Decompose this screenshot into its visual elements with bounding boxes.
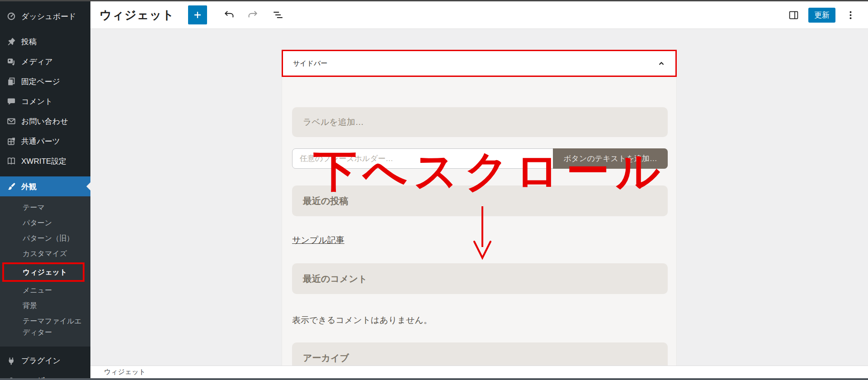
widgets-editor-canvas: サイドバー ラベルを追加… ボタンのテキストを追加… 最近の投稿 サンプル記事 … (90, 29, 868, 366)
submenu-item-themes[interactable]: テーマ (0, 200, 90, 215)
submenu-item-customize[interactable]: カスタマイズ (0, 246, 90, 261)
redo-icon (247, 9, 259, 21)
mail-icon (7, 117, 16, 126)
sidebar-item-label: 固定ページ (21, 76, 60, 87)
search-button[interactable]: ボタンのテキストを追加… (553, 148, 668, 169)
widget-area-panel-body: ラベルを追加… ボタンのテキストを追加… 最近の投稿 サンプル記事 最近のコメン… (282, 77, 677, 366)
sidebar-item-contact[interactable]: お問い合わせ (0, 111, 90, 131)
sidebar-item-label: プラグイン (21, 356, 61, 366)
dashboard-icon (7, 12, 16, 21)
pages-icon (7, 77, 16, 86)
sidebar-item-label: メディア (21, 57, 53, 67)
sidebar-item-appearance[interactable]: 外観 (0, 176, 90, 196)
comment-icon (7, 97, 16, 106)
window-bottom-edge (0, 378, 868, 380)
sidebar-item-label: 投稿 (21, 37, 37, 47)
sample-post-link[interactable]: サンプル記事 (292, 234, 344, 246)
editor-footer: ウィジェット (90, 366, 868, 378)
sidebar-item-label: 共通パーツ (21, 136, 60, 147)
wordpress-widgets-admin-screen: ダッシュボード 投稿 メディア 固定ページ コメント (0, 0, 868, 380)
plus-icon (192, 10, 203, 20)
recent-comments-widget-title[interactable]: 最近のコメント (292, 263, 668, 294)
sidebar-item-label: XWRITE設定 (21, 156, 66, 166)
submenu-item-widgets[interactable]: ウィジェット (2, 262, 85, 282)
sidebar-item-xwrite-settings[interactable]: XWRITE設定 (0, 151, 90, 171)
archives-widget-title[interactable]: アーカイブ (292, 342, 668, 366)
editor-topbar: ウィジェット 更新 (90, 1, 868, 29)
widget-area-title: サイドバー (293, 59, 327, 68)
sidebar-item-pages[interactable]: 固定ページ (0, 71, 90, 91)
sidebar-toggle-icon (788, 10, 799, 21)
sidebar-item-comments[interactable]: コメント (0, 91, 90, 111)
brush-icon (7, 182, 16, 191)
sidebar-item-plugins[interactable]: プラグイン (0, 351, 90, 371)
search-widget-block: ボタンのテキストを追加… (292, 148, 668, 169)
list-view-button[interactable] (272, 9, 284, 21)
pin-icon (7, 37, 16, 46)
blocks-icon (7, 137, 16, 146)
sidebar-item-label: コメント (21, 96, 53, 107)
sidebar-item-label: お問い合わせ (21, 116, 68, 127)
chevron-up-icon[interactable] (657, 60, 665, 67)
list-view-icon (272, 9, 284, 21)
window-top-edge (0, 0, 868, 1)
appearance-submenu: テーマ パターン パターン（旧） カスタマイズ ウィジェット メニュー 背景 テ… (0, 196, 90, 347)
sidebar-item-posts[interactable]: 投稿 (0, 32, 90, 52)
submenu-item-theme-file-editor[interactable]: テーマファイルエディター (0, 314, 90, 341)
footer-breadcrumb: ウィジェット (104, 368, 146, 376)
search-widget-label-placeholder[interactable]: ラベルを追加… (292, 107, 668, 137)
plugin-icon (7, 356, 16, 366)
sidebar-item-label: 外観 (21, 181, 37, 192)
update-button[interactable]: 更新 (808, 8, 835, 23)
kebab-menu-icon (845, 10, 856, 21)
redo-button[interactable] (247, 9, 259, 21)
topbar-right-actions: 更新 (788, 8, 868, 23)
admin-sidebar: ダッシュボード 投稿 メディア 固定ページ コメント (0, 0, 90, 380)
widget-area-panel-header[interactable]: サイドバー (282, 50, 677, 77)
undo-icon (223, 9, 235, 21)
no-comments-text: 表示できるコメントはありません。 (292, 314, 432, 326)
recent-posts-widget-title[interactable]: 最近の投稿 (292, 185, 668, 216)
add-block-button[interactable] (188, 5, 207, 24)
submenu-item-background[interactable]: 背景 (0, 298, 90, 314)
sidebar-item-common-parts[interactable]: 共通パーツ (0, 131, 90, 151)
submenu-item-patterns[interactable]: パターン (0, 215, 90, 231)
options-menu-button[interactable] (844, 9, 856, 21)
media-icon (7, 57, 16, 66)
sidebar-item-dashboard[interactable]: ダッシュボード (0, 6, 90, 26)
book-icon (7, 157, 16, 166)
sidebar-item-label: ダッシュボード (21, 11, 76, 22)
submenu-item-menus[interactable]: メニュー (0, 283, 90, 298)
page-title: ウィジェット (99, 7, 175, 23)
submenu-item-patterns-old[interactable]: パターン（旧） (0, 231, 90, 246)
undo-button[interactable] (223, 9, 235, 21)
settings-sidebar-toggle-button[interactable] (788, 9, 799, 21)
sidebar-item-media[interactable]: メディア (0, 52, 90, 71)
